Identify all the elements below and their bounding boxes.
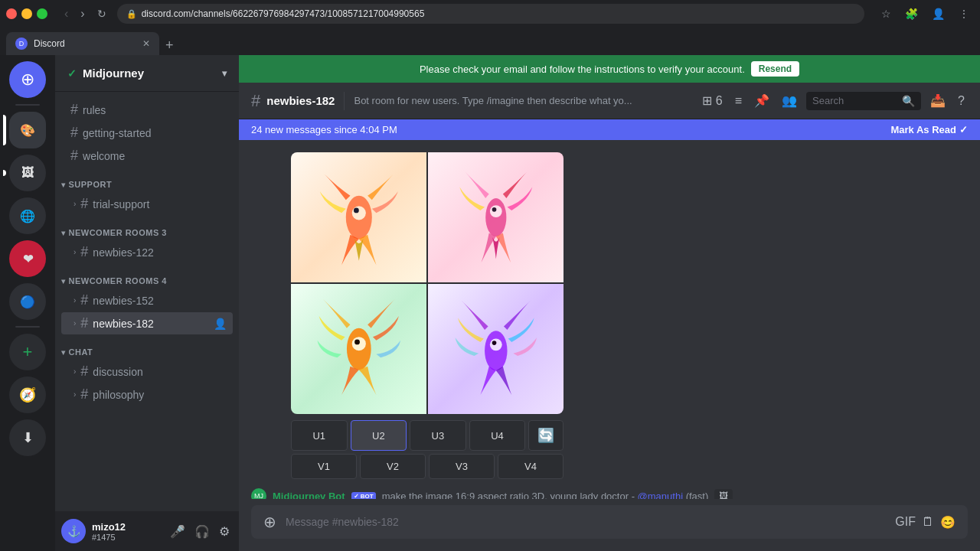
category-arrow-icon: ▾ bbox=[61, 181, 66, 189]
image-action-button[interactable]: 🖼 bbox=[714, 489, 733, 499]
u2-button[interactable]: U2 bbox=[351, 420, 407, 451]
discord-home-button[interactable]: ⊕ bbox=[9, 61, 46, 98]
category-chat[interactable]: ▾ CHAT bbox=[55, 335, 239, 360]
server-5-icon: 🔵 bbox=[20, 295, 35, 309]
server-icon-4[interactable]: ❤ bbox=[9, 240, 46, 277]
image-grid-row-2 bbox=[291, 284, 564, 414]
server-sidebar: ⊕ 🎨 🖼 🌐 ❤ 🔵 + 🧭 ⬇ bbox=[0, 55, 55, 551]
inbox-button[interactable]: 📥 bbox=[927, 90, 949, 111]
image-grid-container bbox=[251, 152, 968, 414]
compact-text-content: make the image 16:9 aspect ratio 3D, you… bbox=[382, 491, 629, 500]
channel-item-trial-support[interactable]: › # trial-support bbox=[61, 193, 233, 215]
server-divider-2 bbox=[15, 326, 40, 328]
add-server-button[interactable]: + bbox=[9, 334, 46, 370]
tab-bar: D Discord ✕ + bbox=[0, 28, 980, 55]
back-button[interactable]: ‹ bbox=[60, 5, 73, 22]
server-icon-midjourney[interactable]: 🎨 bbox=[9, 112, 46, 148]
u3-button[interactable]: U3 bbox=[410, 420, 466, 451]
avatar-icon: ⚓ bbox=[67, 525, 80, 537]
image-cell-4[interactable] bbox=[428, 284, 564, 414]
category-newcomer-3[interactable]: ▾ NEWCOMER ROOMS 3 bbox=[55, 216, 239, 240]
close-tab-button[interactable]: ✕ bbox=[142, 38, 150, 49]
v4-button[interactable]: V4 bbox=[498, 454, 564, 479]
message-input-field[interactable]: Message #newbies-182 bbox=[286, 516, 886, 528]
channel-item-rules[interactable]: # rules bbox=[61, 99, 233, 121]
profile-button[interactable]: 👤 bbox=[927, 6, 949, 21]
add-server-icon: + bbox=[23, 342, 33, 362]
user-bar: ⚓ mizo12 #1475 🎤 🎧 ⚙ bbox=[55, 511, 239, 551]
mark-as-read-icon: ✓ bbox=[959, 124, 968, 135]
channel-name-welcome: welcome bbox=[83, 150, 227, 162]
threads-button[interactable]: ≡ bbox=[732, 91, 745, 111]
active-tab[interactable]: D Discord ✕ bbox=[6, 32, 159, 55]
download-apps-button[interactable]: ⬇ bbox=[9, 419, 46, 456]
browser-bar: ‹ › ↻ 🔒 discord.com/channels/66226797698… bbox=[0, 0, 980, 28]
mute-microphone-button[interactable]: 🎤 bbox=[167, 521, 188, 542]
discord-app: ⊕ 🎨 🖼 🌐 ❤ 🔵 + 🧭 ⬇ bbox=[0, 55, 980, 551]
server-icon-5[interactable]: 🔵 bbox=[9, 283, 46, 320]
u1-button[interactable]: U1 bbox=[291, 420, 348, 451]
search-placeholder: Search bbox=[812, 95, 897, 106]
channel-item-newbies-182[interactable]: › # newbies-182 👤 bbox=[61, 312, 233, 334]
mark-as-read-button[interactable]: Mark As Read ✓ bbox=[891, 124, 969, 135]
gif-button[interactable]: GIF bbox=[895, 515, 916, 530]
download-icon: ⬇ bbox=[22, 429, 34, 446]
close-window-button[interactable] bbox=[6, 8, 17, 19]
new-tab-button[interactable]: + bbox=[159, 37, 180, 54]
maximize-window-button[interactable] bbox=[37, 8, 47, 19]
input-icons: GIF 🗒 😊 bbox=[895, 515, 956, 530]
category-support[interactable]: ▾ SUPPORT bbox=[55, 168, 239, 192]
server-header[interactable]: ✓ Midjourney ▾ bbox=[55, 55, 239, 92]
v2-button[interactable]: V2 bbox=[360, 454, 426, 479]
members-button[interactable]: 👥 bbox=[779, 90, 800, 111]
help-button[interactable]: ? bbox=[955, 91, 968, 111]
tab-favicon: D bbox=[15, 37, 28, 50]
more-button[interactable]: ⋮ bbox=[954, 6, 974, 21]
add-user-icon[interactable]: 👤 bbox=[214, 318, 227, 330]
deafen-headset-button[interactable]: 🎧 bbox=[191, 521, 213, 542]
channel-item-discussion[interactable]: › # discussion bbox=[61, 360, 233, 383]
v1-button[interactable]: V1 bbox=[291, 454, 357, 479]
hash-icon-152: # bbox=[80, 292, 88, 308]
emoji-button[interactable]: 😊 bbox=[940, 515, 956, 530]
action-buttons: U1 U2 U3 U4 🔄 V1 V2 V3 V4 bbox=[291, 420, 564, 479]
channel-name-rules: rules bbox=[83, 104, 227, 116]
image-grid-row-1 bbox=[291, 152, 564, 282]
sticker-button[interactable]: 🗒 bbox=[922, 515, 934, 530]
midjourney-icon: 🎨 bbox=[20, 123, 35, 138]
channel-item-philosophy[interactable]: › # philosophy bbox=[61, 383, 233, 406]
verification-banner: Please check your email and follow the i… bbox=[239, 55, 980, 83]
refresh-button[interactable]: ↻ bbox=[93, 6, 111, 21]
username-label: mizo12 bbox=[92, 521, 161, 533]
search-bar[interactable]: Search 🔍 bbox=[806, 92, 921, 110]
channel-item-getting-started[interactable]: # getting-started bbox=[61, 122, 233, 144]
forward-button[interactable]: › bbox=[76, 5, 89, 22]
bookmark-button[interactable]: ☆ bbox=[877, 6, 896, 21]
attach-file-button[interactable]: ⊕ bbox=[263, 513, 276, 531]
image-cell-2[interactable] bbox=[428, 152, 564, 282]
channel-count-button[interactable]: ⊞ 6 bbox=[699, 90, 725, 111]
extensions-button[interactable]: 🧩 bbox=[900, 6, 923, 21]
category-newcomer-3-label: NEWCOMER ROOMS 3 bbox=[69, 228, 167, 237]
address-bar[interactable]: 🔒 discord.com/channels/66226797698429747… bbox=[117, 4, 864, 24]
messages-area[interactable]: U1 U2 U3 U4 🔄 V1 V2 V3 V4 MJ bbox=[239, 140, 980, 499]
discover-servers-button[interactable]: 🧭 bbox=[9, 377, 46, 413]
compact-bot-badge: ✓ BOT bbox=[351, 492, 376, 500]
v3-button[interactable]: V3 bbox=[429, 454, 495, 479]
channel-item-newbies-152[interactable]: › # newbies-152 bbox=[61, 289, 233, 311]
pin-button[interactable]: 📌 bbox=[751, 90, 773, 111]
image-cell-1[interactable] bbox=[291, 152, 426, 282]
server-icon-3[interactable]: 🌐 bbox=[9, 197, 46, 234]
refresh-message-button[interactable]: 🔄 bbox=[528, 420, 564, 451]
category-newcomer-4[interactable]: ▾ NEWCOMER ROOMS 4 bbox=[55, 264, 239, 289]
u4-button[interactable]: U4 bbox=[469, 420, 526, 451]
minimize-window-button[interactable] bbox=[21, 8, 32, 19]
resend-button[interactable]: Resend bbox=[751, 61, 799, 77]
server-icon-2[interactable]: 🖼 bbox=[9, 155, 46, 191]
user-settings-button[interactable]: ⚙ bbox=[216, 521, 233, 542]
channel-item-welcome[interactable]: # welcome bbox=[61, 145, 233, 167]
channel-description: Bot room for new users. Type /imagine th… bbox=[354, 95, 693, 106]
image-cell-3[interactable] bbox=[291, 284, 426, 414]
server-menu-chevron-icon: ▾ bbox=[222, 68, 227, 79]
channel-item-newbies-122[interactable]: › # newbies-122 bbox=[61, 241, 233, 263]
